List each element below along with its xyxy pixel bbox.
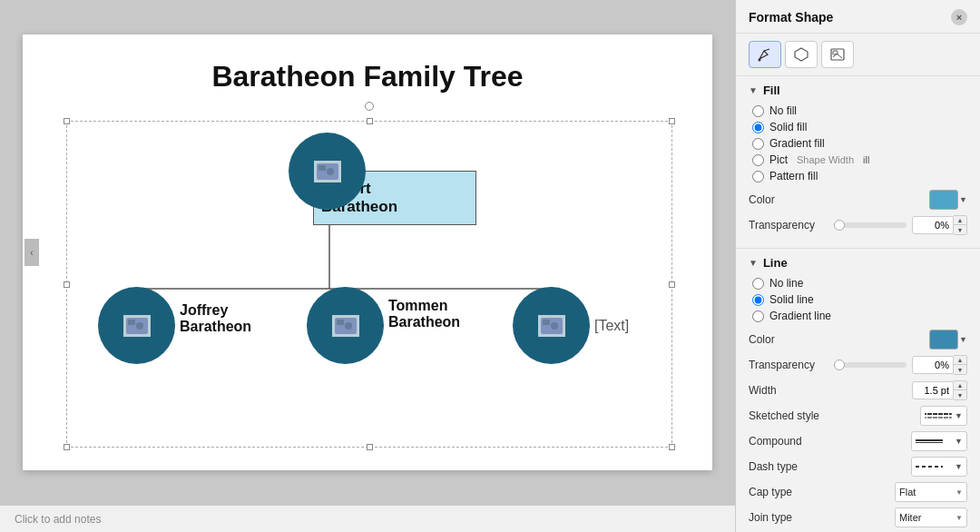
handle-bl[interactable] [64, 444, 70, 450]
handle-ml[interactable] [64, 281, 70, 288]
cap-type-select[interactable]: Flat ▼ [895, 482, 967, 502]
pattern-fill-radio[interactable] [752, 171, 764, 182]
line-transparency-slider[interactable] [834, 362, 906, 368]
svg-rect-12 [337, 320, 344, 325]
solid-line-label: Solid line [769, 293, 814, 306]
line-color-row: Color ▼ [749, 330, 967, 350]
no-fill-radio[interactable] [752, 105, 764, 117]
image-tool-button[interactable] [821, 41, 854, 68]
picture-fill-label: Pict [769, 153, 788, 166]
fill-transparency-control: ▲ ▼ [834, 215, 967, 235]
compound-line-1 [916, 439, 943, 441]
line-width-down[interactable]: ▼ [954, 390, 966, 399]
joffrey-image-placeholder [123, 315, 151, 337]
paint-icon [757, 46, 773, 63]
fill-section-header[interactable]: ▼ Fill [749, 84, 967, 97]
left-nav-arrow[interactable]: ‹ [24, 239, 39, 266]
text-circle[interactable] [513, 287, 590, 364]
svg-rect-15 [543, 320, 550, 325]
svg-point-7 [327, 168, 334, 175]
joffrey-circle[interactable] [98, 287, 175, 364]
solid-fill-radio[interactable] [752, 122, 764, 133]
line-color-label: Color [749, 333, 821, 346]
line-transparency-down[interactable]: ▼ [954, 365, 966, 374]
gradient-fill-label: Gradient fill [769, 137, 825, 150]
fill-transparency-down[interactable]: ▼ [954, 225, 966, 234]
sketched-style-button[interactable]: ▼ [920, 406, 967, 426]
line-transparency-row: Transparency ▲ ▼ [749, 355, 967, 375]
paint-tool-button[interactable] [749, 41, 781, 68]
shape-width-label: Shape Width [797, 154, 854, 165]
fill-color-button[interactable] [929, 190, 958, 210]
tommen-circle[interactable] [307, 287, 384, 364]
line-transparency-thumb [834, 360, 845, 370]
fill-transparency-label: Transparency [749, 219, 821, 232]
tommen-image-placeholder [332, 315, 359, 337]
handle-tr[interactable] [669, 118, 675, 124]
compound-preview [916, 439, 943, 443]
handle-tl[interactable] [64, 118, 70, 124]
line-width-row: Width ▲ ▼ [749, 380, 967, 400]
dash-type-label: Dash type [749, 460, 821, 473]
right-panel: Format Shape × ▼ [735, 0, 980, 532]
dash-type-arrow: ▼ [955, 462, 963, 471]
fill-transparency-input[interactable] [912, 216, 954, 234]
compound-type-row: Compound ▼ [749, 431, 967, 451]
sketched-style-row: Sketched style ▼ [749, 406, 967, 426]
line-width-stepper: ▲ ▼ [912, 380, 967, 400]
solid-line-radio[interactable] [752, 294, 764, 306]
picture-fill-row: Pict Shape Width ill [749, 153, 967, 166]
rotate-handle[interactable] [365, 102, 374, 111]
sketched-style-label: Sketched style [749, 409, 821, 422]
no-line-radio[interactable] [752, 278, 764, 290]
svg-line-22 [837, 54, 842, 58]
gradient-fill-radio[interactable] [752, 138, 764, 150]
fill-transparency-up[interactable]: ▲ [954, 216, 966, 225]
dash-preview [916, 466, 943, 468]
line-toggle-icon: ▼ [749, 258, 758, 268]
sketched-line-1 [925, 413, 952, 415]
line-width-input[interactable] [912, 381, 954, 399]
line-transparency-up[interactable]: ▲ [954, 356, 966, 365]
dash-type-row: Dash type ▼ [749, 457, 967, 477]
fill-color-dropdown-arrow[interactable]: ▼ [959, 195, 967, 204]
line-width-up[interactable]: ▲ [954, 381, 966, 390]
join-type-label: Join type [749, 511, 821, 524]
join-type-row: Join type Miter ▼ [749, 507, 967, 527]
sketched-line-2 [925, 417, 952, 419]
gradient-line-label: Gradient line [769, 310, 831, 322]
join-type-value: Miter [899, 512, 921, 523]
slide-title: Baratheon Family Tree [23, 34, 712, 103]
dash-type-button[interactable]: ▼ [911, 457, 967, 477]
compound-type-button[interactable]: ▼ [911, 431, 967, 451]
svg-point-10 [136, 322, 143, 330]
image-icon [829, 46, 846, 63]
picture-fill-radio[interactable] [752, 154, 764, 166]
close-button[interactable]: × [951, 9, 967, 25]
gradient-line-radio[interactable] [752, 310, 764, 322]
line-section-header[interactable]: ▼ Line [749, 256, 967, 270]
svg-point-17 [759, 59, 761, 62]
handle-bc[interactable] [367, 444, 373, 450]
fill-transparency-thumb [834, 220, 845, 231]
join-type-select[interactable]: Miter ▼ [895, 507, 967, 527]
slide-container: Baratheon Family Tree ‹ [0, 0, 735, 505]
line-color-dropdown-arrow[interactable]: ▼ [959, 335, 967, 344]
cap-type-row: Cap type Flat ▼ [749, 482, 967, 502]
svg-marker-18 [795, 48, 808, 61]
handle-mr[interactable] [669, 281, 675, 288]
line-transparency-input[interactable] [912, 356, 954, 374]
shape-tool-button[interactable] [785, 41, 818, 68]
notes-bar[interactable]: Click to add notes [0, 505, 735, 532]
robert-image-placeholder [314, 161, 341, 182]
handle-br[interactable] [669, 444, 675, 450]
gradient-fill-row: Gradient fill [749, 137, 967, 150]
fill-transparency-slider[interactable] [834, 222, 906, 228]
svg-point-13 [345, 322, 352, 330]
line-transparency-label: Transparency [749, 359, 821, 371]
shape-icon [793, 46, 809, 63]
handle-tc[interactable] [367, 118, 373, 124]
line-transparency-control: ▲ ▼ [834, 355, 967, 375]
robert-circle[interactable] [289, 133, 366, 210]
line-color-button[interactable] [929, 330, 958, 350]
